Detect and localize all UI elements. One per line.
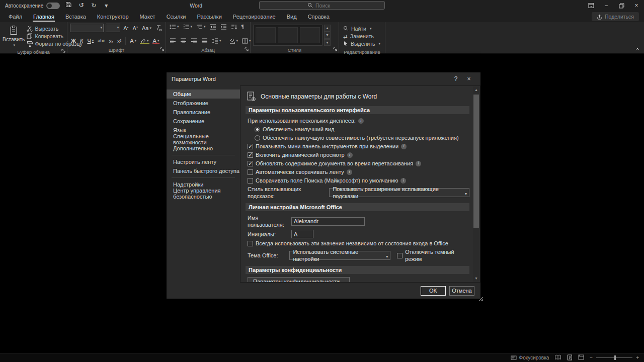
checkbox-row[interactable]: Показывать мини-панель инструментов при … (248, 143, 469, 150)
bullets-button[interactable] (169, 24, 180, 30)
sidebar-item-display[interactable]: Отображение (167, 99, 240, 108)
sidebar-item-general[interactable]: Общие (167, 89, 240, 99)
increase-indent-button[interactable] (219, 24, 228, 30)
zoom-in-button[interactable]: + (636, 355, 639, 360)
align-right-button[interactable] (190, 38, 198, 44)
clear-formatting-button[interactable] (154, 25, 163, 31)
grow-font-button[interactable]: А (122, 25, 129, 31)
scrollbar-thumb[interactable] (473, 95, 479, 228)
sidebar-item-quick-access[interactable]: Панель быстрого доступа (167, 166, 240, 175)
style-tile[interactable] (278, 27, 298, 43)
zoom-slider-thumb[interactable] (614, 355, 616, 360)
numbering-button[interactable] (182, 24, 194, 30)
cancel-button[interactable]: Отмена (449, 286, 474, 296)
paragraph-dialog-launcher[interactable] (245, 47, 249, 52)
redo-button[interactable]: ↻ (90, 0, 98, 11)
clipboard-dialog-launcher[interactable] (61, 48, 65, 54)
scroll-up-icon[interactable]: ▲ (473, 86, 479, 93)
content-scrollbar[interactable]: ▲ ▼ (473, 86, 479, 282)
find-button[interactable]: Найти (342, 25, 382, 32)
zoom-out-button[interactable]: − (590, 355, 593, 360)
tab-file[interactable]: Файл (3, 11, 28, 22)
align-left-button[interactable] (169, 38, 177, 44)
initials-input[interactable] (291, 230, 313, 238)
tab-design[interactable]: Конструктор (92, 11, 134, 22)
superscript-button[interactable]: x² (116, 38, 122, 44)
checkbox-row[interactable]: Включить динамический просмотр (248, 151, 469, 158)
qat-customize-button[interactable]: ▾ (102, 0, 110, 11)
dialog-help-button[interactable]: ? (449, 75, 462, 82)
sidebar-item-trust-center[interactable]: Центр управления безопасностью (167, 189, 240, 198)
sort-button[interactable] (230, 24, 238, 30)
align-center-button[interactable] (179, 38, 188, 44)
radio-best-compatibility[interactable] (255, 135, 260, 141)
checkbox-mini-toolbar[interactable] (248, 144, 253, 149)
checkbox-disable-dark-mode[interactable] (397, 253, 403, 258)
radio-row[interactable]: Обеспечить наилучшую совместимость (треб… (255, 134, 469, 141)
share-button[interactable]: Поделиться (592, 12, 639, 21)
print-layout-button[interactable] (567, 354, 573, 361)
search-input[interactable] (315, 3, 337, 9)
scroll-down-icon[interactable]: ▼ (473, 275, 479, 282)
justify-button[interactable] (200, 38, 209, 44)
radio-row[interactable]: Обеспечить наилучший вид (255, 126, 469, 133)
shading-button[interactable] (228, 38, 239, 44)
font-dialog-launcher[interactable] (160, 47, 164, 52)
styles-dialog-launcher[interactable] (333, 47, 337, 52)
checkbox-drag-update[interactable] (248, 161, 253, 166)
shrink-font-button[interactable]: А (132, 25, 139, 31)
tab-mailings[interactable]: Рассылки (191, 11, 227, 22)
checkbox-row[interactable]: Всегда использовать эти значения независ… (248, 240, 469, 247)
text-effects-button[interactable]: А (129, 38, 137, 44)
tab-view[interactable]: Вид (281, 11, 302, 22)
subscript-button[interactable]: x₂ (108, 38, 114, 44)
minimize-button[interactable]: − (599, 0, 614, 11)
autosave-toggle[interactable]: Автосохранение (5, 3, 60, 9)
replace-button[interactable]: ⇄ Заменить (342, 32, 382, 40)
collapse-ribbon-button[interactable] (635, 46, 640, 52)
tooltip-style-select[interactable]: Показывать расширенные всплывающие подск… (329, 188, 469, 197)
checkbox-row[interactable]: Обновлять содержимое документа во время … (248, 160, 469, 167)
style-tile[interactable] (300, 27, 320, 43)
save-button[interactable] (64, 0, 72, 11)
highlight-button[interactable] (139, 38, 150, 44)
sidebar-item-save[interactable]: Сохранение (167, 117, 240, 126)
checkbox-collapse-ribbon[interactable] (248, 169, 253, 175)
select-button[interactable]: Выделить (342, 40, 382, 47)
styles-gallery[interactable] (253, 25, 323, 46)
checkbox-row[interactable]: Автоматически сворачивать ленту (248, 168, 469, 175)
font-color-button[interactable]: А (152, 38, 160, 44)
undo-button[interactable]: ↺▾ (77, 0, 85, 12)
restore-button[interactable] (614, 0, 629, 11)
web-layout-button[interactable] (578, 354, 584, 361)
tab-home[interactable]: Главная (28, 11, 60, 22)
underline-button[interactable]: Ч (86, 38, 95, 44)
show-formatting-marks-button[interactable]: ¶ (240, 24, 246, 30)
bold-button[interactable]: Ж (70, 38, 77, 44)
sidebar-item-accessibility[interactable]: Специальные возможности (167, 135, 240, 144)
checkbox-row[interactable]: Сворачивать поле Поиска (Майкрософт) по … (248, 177, 469, 184)
decrease-indent-button[interactable] (209, 24, 217, 30)
ribbon-display-options-button[interactable] (584, 0, 599, 11)
tab-review[interactable]: Рецензирование (227, 11, 281, 22)
style-tile[interactable] (256, 27, 276, 43)
paste-button[interactable]: Вставить (3, 24, 25, 49)
dialog-titlebar[interactable]: Параметры Word ? × (167, 72, 480, 85)
font-name-select[interactable] (70, 24, 104, 32)
dialog-close-button[interactable]: × (462, 75, 475, 82)
checkbox-live-preview[interactable] (248, 152, 253, 158)
italic-button[interactable]: К (79, 38, 84, 44)
focus-mode-button[interactable]: Фокусировка (511, 355, 549, 360)
tab-layout[interactable]: Макет (134, 11, 161, 22)
tab-insert[interactable]: Вставка (60, 11, 92, 22)
privacy-settings-button[interactable]: Параметры конфиденциальности... (248, 277, 350, 283)
office-theme-select[interactable]: Использовать системные настройки (289, 251, 390, 260)
font-size-select[interactable] (106, 24, 120, 32)
search-bar[interactable] (259, 1, 385, 10)
tab-references[interactable]: Ссылки (161, 11, 192, 22)
zoom-slider[interactable] (596, 357, 632, 358)
tab-help[interactable]: Справка (302, 11, 335, 22)
username-input[interactable] (291, 217, 365, 226)
styles-scroll-up-button[interactable]: ▲ (324, 25, 331, 32)
checkbox-always-use-values[interactable] (248, 241, 253, 246)
